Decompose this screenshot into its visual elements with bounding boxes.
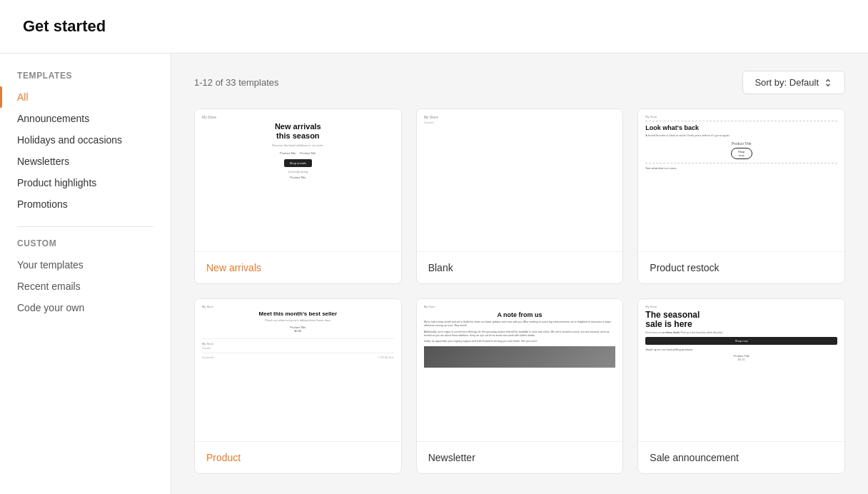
page-title: Get started: [23, 17, 845, 36]
sort-label: Sort by: Default: [755, 77, 819, 88]
main-layout: Templates All Announcements Holidays and…: [0, 54, 868, 494]
template-preview-product-restock: My Store Look what's back A brand favori…: [638, 109, 844, 252]
template-label-product: Product: [195, 442, 401, 473]
sidebar-item-announcements[interactable]: Announcements: [0, 108, 171, 129]
sidebar-item-all[interactable]: All: [0, 86, 171, 108]
template-preview-blank: My Store Canada: [417, 109, 623, 252]
content-area: 1-12 of 33 templates Sort by: Default My…: [171, 54, 868, 494]
template-card-new-arrivals[interactable]: My Store New arrivalsthis season Discove…: [194, 109, 402, 284]
template-preview-new-arrivals: My Store New arrivalsthis season Discove…: [195, 109, 401, 252]
sidebar-divider: [17, 226, 153, 227]
page-header: Get started: [0, 0, 868, 54]
template-label-blank: Blank: [417, 252, 623, 283]
sidebar-item-product-highlights[interactable]: Product highlights: [0, 172, 171, 193]
sidebar-item-your-templates[interactable]: Your templates: [0, 254, 171, 276]
template-card-blank[interactable]: My Store Canada Blank: [416, 109, 624, 284]
results-count: 1-12 of 33 templates: [194, 77, 279, 88]
template-preview-sale-announcement: My Store The seasonalsale is here Don't …: [638, 299, 844, 442]
template-card-product-restock[interactable]: My Store Look what's back A brand favori…: [637, 109, 845, 284]
chevron-updown-icon: [823, 78, 833, 88]
template-preview-newsletter: My Store A note from us We've had a busy…: [417, 299, 623, 442]
sidebar: Templates All Announcements Holidays and…: [0, 54, 171, 494]
sidebar-item-holidays[interactable]: Holidays and occasions: [0, 129, 171, 151]
sidebar-item-promotions[interactable]: Promotions: [0, 193, 171, 215]
template-card-sale-announcement[interactable]: My Store The seasonalsale is here Don't …: [637, 298, 845, 474]
sidebar-item-newsletters[interactable]: Newsletters: [0, 151, 171, 172]
content-toolbar: 1-12 of 33 templates Sort by: Default: [194, 71, 845, 94]
sidebar-templates-label: Templates: [0, 71, 171, 86]
sidebar-item-code-your-own[interactable]: Code your own: [0, 297, 171, 318]
template-label-product-restock: Product restock: [638, 252, 844, 283]
templates-grid: My Store New arrivalsthis season Discove…: [194, 109, 845, 474]
template-preview-product: My Store Meet this month's best seller C…: [195, 299, 401, 442]
template-card-newsletter[interactable]: My Store A note from us We've had a busy…: [416, 298, 624, 474]
template-card-product[interactable]: My Store Meet this month's best seller C…: [194, 298, 402, 474]
sort-button[interactable]: Sort by: Default: [742, 71, 845, 94]
sidebar-custom-label: Custom: [0, 238, 171, 254]
template-label-newsletter: Newsletter: [417, 442, 623, 473]
template-label-new-arrivals: New arrivals: [195, 252, 401, 283]
sidebar-item-recent-emails[interactable]: Recent emails: [0, 276, 171, 297]
template-label-sale-announcement: Sale announcement: [638, 442, 844, 473]
